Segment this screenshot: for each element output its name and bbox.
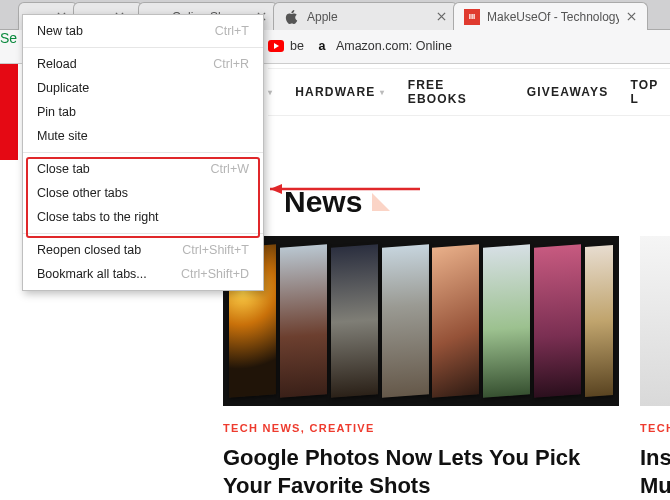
menu-bookmark-all-tabs[interactable]: Bookmark all tabs... Ctrl+Shift+D <box>23 262 263 286</box>
nav-item-top[interactable]: TOP L <box>631 78 671 106</box>
bookmark-label: be <box>290 39 304 53</box>
bookmarks-bar: be a Amazon.com: Online <box>268 38 452 54</box>
tab-title: Apple <box>307 10 429 24</box>
chevron-down-icon: ▾ <box>268 88 273 97</box>
browser-tab-active[interactable]: III MakeUseOf - Technology <box>453 2 648 30</box>
menu-label: Bookmark all tabs... <box>37 267 147 281</box>
menu-separator <box>23 152 263 153</box>
menu-new-tab[interactable]: New tab Ctrl+T <box>23 19 263 43</box>
menu-label: New tab <box>37 24 83 38</box>
apple-icon <box>284 9 300 25</box>
menu-label: Close tab <box>37 162 90 176</box>
nav-label: FREE EBOOKS <box>408 78 505 106</box>
menu-pin-tab[interactable]: Pin tab <box>23 100 263 124</box>
nav-item-giveaways[interactable]: GIVEAWAYS <box>527 85 609 99</box>
menu-shortcut: Ctrl+R <box>213 57 249 71</box>
nav-label: TOP L <box>631 78 671 106</box>
menu-mute-site[interactable]: Mute site <box>23 124 263 148</box>
menu-label: Mute site <box>37 129 88 143</box>
nav-item-hardware[interactable]: HARDWARE ▾ <box>295 85 385 99</box>
article-title[interactable]: Google Photos Now Lets You Pick Your Fav… <box>223 444 623 499</box>
menu-duplicate[interactable]: Duplicate <box>23 76 263 100</box>
close-icon[interactable] <box>435 11 447 23</box>
thumbnail-photo <box>585 245 613 397</box>
youtube-icon <box>268 38 284 54</box>
bookmark-label: Amazon.com: Online <box>336 39 452 53</box>
nav-label: GIVEAWAYS <box>527 85 609 99</box>
thumbnail-photo <box>534 244 581 397</box>
amazon-icon: a <box>314 38 330 54</box>
menu-close-tab[interactable]: Close tab Ctrl+W <box>23 157 263 181</box>
svg-marker-2 <box>270 184 282 194</box>
article-categories[interactable]: TECH NEWS, CREATIVE <box>223 422 623 434</box>
makeuseof-icon: III <box>464 9 480 25</box>
browser-tab[interactable]: Apple <box>273 2 458 30</box>
menu-close-other-tabs[interactable]: Close other tabs <box>23 181 263 205</box>
article-image <box>640 236 670 406</box>
title-fragment: Mu <box>640 473 670 498</box>
article-categories[interactable]: TECH <box>640 422 670 434</box>
menu-separator <box>23 233 263 234</box>
thumbnail-photo <box>483 244 530 397</box>
menu-shortcut: Ctrl+T <box>215 24 249 38</box>
menu-label: Close other tabs <box>37 186 128 200</box>
menu-close-tabs-right[interactable]: Close tabs to the right <box>23 205 263 229</box>
tab-title: MakeUseOf - Technology <box>487 10 619 24</box>
secure-indicator: Se <box>0 30 17 46</box>
menu-label: Reopen closed tab <box>37 243 141 257</box>
menu-shortcut: Ctrl+Shift+D <box>181 267 249 281</box>
menu-label: Pin tab <box>37 105 76 119</box>
article-title[interactable]: Ins Mu <box>640 444 670 499</box>
title-fragment: Ins <box>640 445 670 470</box>
menu-shortcut: Ctrl+Shift+T <box>182 243 249 257</box>
nav-item-ebooks[interactable]: FREE EBOOKS <box>408 78 505 106</box>
menu-label: Close tabs to the right <box>37 210 159 224</box>
annotation-arrow <box>270 182 430 199</box>
thumbnail-photo <box>331 244 378 397</box>
nav-label: HARDWARE <box>295 85 375 99</box>
bookmark-item[interactable]: a Amazon.com: Online <box>314 38 452 54</box>
article-card[interactable]: TECH NEWS, CREATIVE Google Photos Now Le… <box>223 236 623 499</box>
tab-context-menu: New tab Ctrl+T Reload Ctrl+R Duplicate P… <box>22 14 264 291</box>
thumbnail-photo <box>382 244 429 397</box>
bookmark-item[interactable]: be <box>268 38 304 54</box>
close-icon[interactable] <box>625 11 637 23</box>
site-nav: ▾ HARDWARE ▾ FREE EBOOKS GIVEAWAYS TOP L <box>268 68 670 116</box>
menu-reopen-closed-tab[interactable]: Reopen closed tab Ctrl+Shift+T <box>23 238 263 262</box>
article-image <box>223 236 619 406</box>
menu-label: Reload <box>37 57 77 71</box>
menu-reload[interactable]: Reload Ctrl+R <box>23 52 263 76</box>
thumbnail-photo <box>280 244 327 397</box>
site-logo-bar <box>0 64 18 160</box>
menu-shortcut: Ctrl+W <box>210 162 249 176</box>
menu-label: Duplicate <box>37 81 89 95</box>
menu-separator <box>23 47 263 48</box>
chevron-down-icon: ▾ <box>380 88 385 97</box>
thumbnail-photo <box>432 244 479 397</box>
article-card[interactable]: TECH Ins Mu <box>640 236 670 499</box>
